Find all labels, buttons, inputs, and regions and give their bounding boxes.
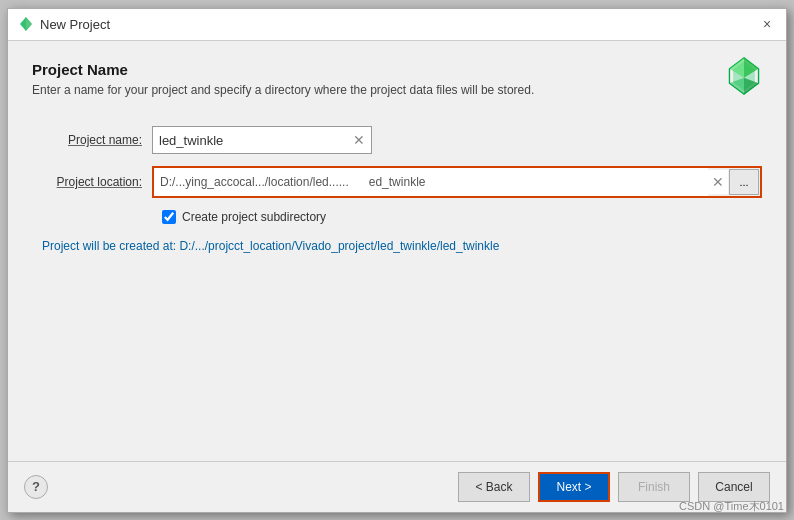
project-name-clear-icon[interactable]: ✕ bbox=[350, 131, 368, 149]
create-subdir-row: Create project subdirectory bbox=[162, 210, 762, 224]
project-name-label: Project name: bbox=[32, 133, 152, 147]
watermark-text: CSDN @Time木0101 bbox=[679, 499, 784, 514]
app-icon bbox=[18, 16, 34, 32]
create-subdir-label[interactable]: Create project subdirectory bbox=[182, 210, 326, 224]
back-button[interactable]: < Back bbox=[458, 472, 530, 502]
project-name-input[interactable] bbox=[152, 126, 372, 154]
create-subdir-checkbox[interactable] bbox=[162, 210, 176, 224]
form-section: Project name: ✕ Project location: ✕ ... bbox=[32, 126, 762, 283]
cancel-button[interactable]: Cancel bbox=[698, 472, 770, 502]
project-location-label-text[interactable]: Project location: bbox=[57, 175, 142, 189]
dialog-title: New Project bbox=[40, 17, 110, 32]
footer-right: < Back Next > Finish Cancel bbox=[458, 472, 770, 502]
title-bar: New Project × bbox=[8, 9, 786, 41]
next-button[interactable]: Next > bbox=[538, 472, 610, 502]
new-project-dialog: New Project × Project Name Enter a name … bbox=[7, 8, 787, 513]
project-location-label: Project location: bbox=[32, 175, 152, 189]
footer-left: ? bbox=[24, 475, 48, 499]
project-name-row: Project name: ✕ bbox=[32, 126, 762, 154]
project-location-browse-button[interactable]: ... bbox=[729, 169, 759, 195]
project-location-input[interactable] bbox=[154, 168, 708, 196]
finish-button[interactable]: Finish bbox=[618, 472, 690, 502]
title-bar-left: New Project bbox=[18, 16, 110, 32]
dialog-content: Project Name Enter a name for your proje… bbox=[8, 41, 786, 461]
dialog-footer: ? < Back Next > Finish Cancel bbox=[8, 461, 786, 512]
page-header: Project Name Enter a name for your proje… bbox=[32, 61, 534, 99]
project-name-label-text[interactable]: Project name: bbox=[68, 133, 142, 147]
project-name-input-wrapper: ✕ bbox=[152, 126, 372, 154]
project-location-clear-icon[interactable]: ✕ bbox=[708, 170, 728, 194]
project-location-row: Project location: ✕ ... bbox=[32, 166, 762, 198]
vivado-logo-icon bbox=[726, 56, 762, 96]
project-path-text: Project will be created at: D:/.../projc… bbox=[42, 239, 499, 253]
page-header-row: Project Name Enter a name for your proje… bbox=[32, 61, 762, 107]
help-button[interactable]: ? bbox=[24, 475, 48, 499]
page-description: Enter a name for your project and specif… bbox=[32, 82, 534, 99]
project-path-row: Project will be created at: D:/.../projc… bbox=[42, 238, 762, 253]
close-button[interactable]: × bbox=[758, 15, 776, 33]
page-title: Project Name bbox=[32, 61, 534, 78]
project-location-input-group: ✕ ... bbox=[152, 166, 762, 198]
